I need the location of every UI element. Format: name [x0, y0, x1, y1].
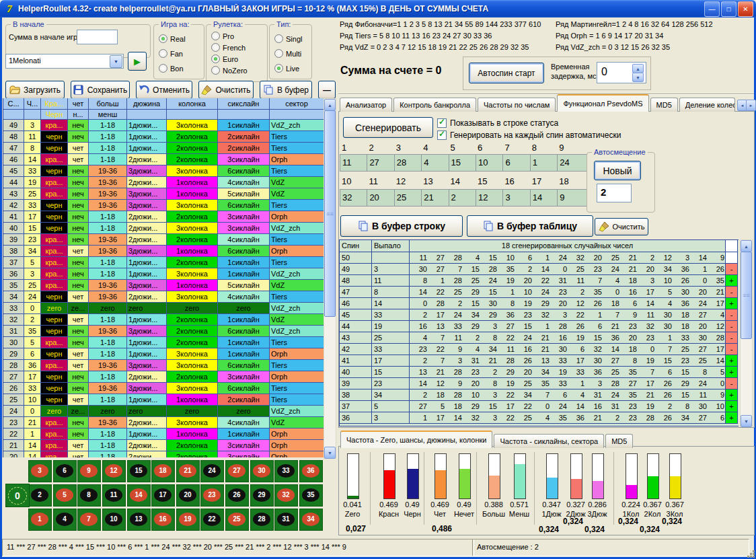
table-row[interactable]: 375кра...неч1-181дюжи...2колонка1сиклайн…	[3, 257, 324, 268]
table-row[interactable]: 3834кра...чет19-363дюжи...1колонка6сикла…	[3, 246, 324, 257]
clear-generated-button[interactable]: Очистить	[595, 218, 648, 235]
board-cell-5[interactable]: 5	[53, 484, 77, 507]
table-row[interactable]: 4233черннеч19-363дюжи...3колонка6сиклайн…	[3, 200, 324, 211]
table-row[interactable]: 46140282153081929201226186144362417+	[340, 298, 739, 309]
table-row[interactable]: 4533217243429362332322179113018274-	[340, 309, 739, 321]
tab-функционал-psevdoms[interactable]: Функционал PsevdoMS	[557, 94, 648, 112]
table-row[interactable]: 411727331212826133317302781915232514+	[340, 355, 739, 367]
board-cell-zero[interactable]: 0	[5, 484, 30, 507]
scrollbar-thumb[interactable]: ≡≡	[741, 252, 752, 339]
table-row[interactable]: 240zeroze...zerozerozerozeroVdZ_zch	[3, 406, 324, 417]
autoshift-new-button[interactable]: Новый	[594, 161, 641, 180]
table-row[interactable]: 4419кра...неч19-362дюжи...1колонка4сикла…	[3, 177, 324, 188]
radio-option-multi[interactable]: Multi	[274, 49, 301, 58]
board-cell-28[interactable]: 28	[250, 509, 274, 531]
combo-dropdown-button[interactable]: ▼	[110, 55, 122, 68]
board-cell-32[interactable]: 32	[274, 484, 298, 507]
generate-button[interactable]: Сгенерировать	[343, 117, 433, 138]
tab-контроль-банкролла[interactable]: Контроль банкролла	[393, 98, 476, 112]
table-row[interactable]: 4811812825241920223111741831026035+	[340, 275, 739, 287]
table-row[interactable]: 4419161333293271512826621233230182012-	[340, 321, 739, 332]
table-row[interactable]: 3135черннеч19-363дюжи...2колонка6сиклайн…	[3, 326, 324, 337]
board-cell-4[interactable]: 4	[53, 509, 77, 531]
collapse-panel-button[interactable]: —	[318, 81, 336, 99]
close-button[interactable]: ✕	[738, 1, 753, 17]
table-row[interactable]: 47814222529151102423235016175302021-	[340, 287, 739, 298]
radio-option-real[interactable]: Real	[159, 34, 186, 43]
board-cell-3[interactable]: 3	[28, 460, 52, 482]
toolbar-button-undo[interactable]: Отменить	[136, 81, 192, 99]
toolbar-button-copy[interactable]: В буфер	[260, 81, 312, 99]
table-row[interactable]: 3834218281032234764312435212615119+	[340, 389, 739, 401]
table-row[interactable]: 221кра...неч1-181дюжи...1колонка1сиклайн…	[3, 428, 324, 440]
board-cell-7[interactable]: 7	[77, 509, 101, 531]
table-row[interactable]: 2321кра...неч19-362дюжи...3колонка4сикла…	[3, 417, 324, 428]
board-cell-6[interactable]: 6	[53, 460, 77, 482]
freq-tab-md5[interactable]: MD5	[605, 434, 633, 448]
checkbox-generate-each-spin[interactable]: ✓ Генерировать на каждый спин автоматиче…	[437, 131, 621, 140]
copy-table-button[interactable]: В буфер таблицу	[467, 215, 593, 237]
radio-option-pro[interactable]: Pro	[211, 32, 234, 40]
strategy-combobox[interactable]: 1Melonati ▼	[5, 54, 124, 69]
table-row[interactable]: 3424чернчет19-362дюжи...3колонка4сиклайн…	[3, 291, 324, 303]
autospin-start-button[interactable]: Автоспин старт	[469, 63, 544, 83]
board-cell-16[interactable]: 16	[151, 509, 175, 531]
table-row[interactable]: 43254711282224211619153620231333028-	[340, 332, 739, 344]
board-cell-2[interactable]: 2	[28, 484, 52, 507]
board-cell-22[interactable]: 22	[200, 509, 224, 531]
table-row[interactable]: 4614кра...чет1-182дюжи...2колонка3сиклай…	[3, 154, 324, 165]
board-cell-18[interactable]: 18	[151, 460, 175, 482]
board-cell-26[interactable]: 26	[225, 484, 249, 507]
table-row[interactable]: 3525кра...неч19-363дюжи...1колонка5сикла…	[3, 280, 324, 291]
table-row[interactable]: 493кра...неч1-181дюжи...3колонка1сиклайн…	[3, 120, 324, 131]
delay-down-button[interactable]: ▼	[632, 73, 644, 82]
table-row[interactable]: 50112728415106124322025212123149	[340, 252, 739, 264]
board-cell-31[interactable]: 31	[274, 509, 298, 531]
radio-option-nozero[interactable]: NoZero	[211, 66, 248, 75]
board-cell-9[interactable]: 9	[77, 460, 101, 482]
board-cell-21[interactable]: 21	[176, 460, 200, 482]
board-cell-36[interactable]: 36	[299, 460, 323, 482]
table-row[interactable]: 330zeroze...zerozerozerozeroVdZ_zch	[3, 303, 324, 314]
scroll-up-button[interactable]: ▲	[741, 240, 752, 252]
table-row[interactable]: 49330277152835214025232421203436126-	[340, 264, 739, 275]
table-row[interactable]: 37527518291517220241416312319283010+	[340, 401, 739, 412]
maximize-button[interactable]: □	[721, 1, 736, 17]
board-cell-14[interactable]: 14	[127, 484, 151, 507]
table-row[interactable]: 4811черннеч1-181дюжи...2колонка2сиклайнT…	[3, 131, 324, 143]
tab-анализатор[interactable]: Анализатор	[340, 98, 392, 112]
table-row[interactable]: 40151321282322920341933362535761585+	[340, 367, 739, 378]
delay-spinner[interactable]: 0 ▲ ▼	[597, 62, 646, 83]
board-cell-25[interactable]: 25	[225, 509, 249, 531]
minimize-button[interactable]: —	[704, 1, 720, 17]
table-row[interactable]: 39231412920819253533132827172629240-	[340, 378, 739, 389]
table-row[interactable]: 2510чернчет1-181дюжи...1колонка2сиклайнT…	[3, 394, 324, 406]
table-row[interactable]: 363кра...неч1-181дюжи...3колонка1сиклайн…	[3, 268, 324, 280]
board-cell-35[interactable]: 35	[299, 484, 323, 507]
radio-option-french[interactable]: French	[211, 43, 245, 52]
delay-up-button[interactable]: ▲	[632, 64, 644, 73]
table-row[interactable]: 322чернчет1-181дюжи...2колонка1сиклайнVd…	[3, 314, 324, 326]
scroll-down-button[interactable]: ▼	[741, 415, 752, 427]
table-row[interactable]: 3631171432322254353621223282634276+	[340, 412, 739, 424]
history-scrollbar[interactable]: ▲ ≡≡ ▼	[324, 98, 336, 459]
table-row[interactable]: 4325кра...неч19-363дюжи...1колонка5сикла…	[3, 188, 324, 200]
tab-md5[interactable]: MD5	[650, 98, 678, 112]
board-cell-33[interactable]: 33	[274, 460, 298, 482]
freq-tab-sixlines-sectors[interactable]: Частота - сиклайны, сектора	[494, 434, 604, 448]
board-cell-11[interactable]: 11	[102, 484, 126, 507]
radio-option-bon[interactable]: Bon	[159, 64, 184, 73]
resize-grip[interactable]	[750, 553, 752, 555]
radio-option-euro[interactable]: Euro	[211, 54, 238, 63]
board-cell-13[interactable]: 13	[127, 509, 151, 531]
scroll-down-button[interactable]: ▼	[324, 447, 336, 459]
board-cell-27[interactable]: 27	[225, 460, 249, 482]
table-row[interactable]: 4117черннеч1-182дюжи...2колонка3сиклайнO…	[3, 211, 324, 223]
table-row[interactable]: 4533черннеч19-363дюжи...3колонка6сиклайн…	[3, 165, 324, 177]
checkbox-show-status[interactable]: ✓ Показывать в строке статуса	[437, 118, 558, 128]
table-row[interactable]: 2014кра...чет1-182дюжи...2колонка3сиклай…	[3, 451, 324, 457]
table-row[interactable]: 4015черннеч1-182дюжи...3колонка3сиклайнV…	[3, 223, 324, 234]
radio-option-fan[interactable]: Fan	[159, 49, 183, 58]
freq-tab-zero-chances[interactable]: Частота - Zero, шансы, дюжины, колонки	[340, 431, 492, 448]
spin-table-scrollbar[interactable]: ▲ ≡≡ ▼	[740, 239, 753, 427]
